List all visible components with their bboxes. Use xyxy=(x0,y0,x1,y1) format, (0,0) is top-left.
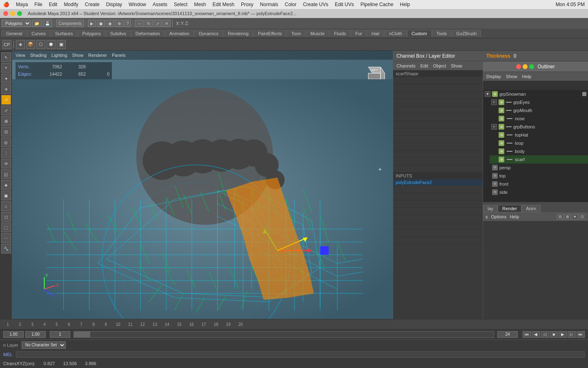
rp-icon-3[interactable]: ✦ xyxy=(572,214,578,220)
move-tool[interactable]: ✛ xyxy=(1,84,11,94)
menu-create[interactable]: Create xyxy=(85,2,100,7)
tool-17[interactable]: ⬚ xyxy=(1,222,11,232)
icon-select-5[interactable]: ? xyxy=(124,20,131,27)
menu-create-uvs[interactable]: Create UVs xyxy=(303,2,328,7)
rotate-tool[interactable]: ↺ xyxy=(1,95,11,105)
outliner-item-top[interactable]: 👁 top xyxy=(483,172,588,180)
menu-pipeline[interactable]: Pipeline Cache xyxy=(361,2,394,7)
rp-icon-1[interactable]: ⊟ xyxy=(557,214,564,220)
menu-edit-uvs[interactable]: Edit UVs xyxy=(335,2,354,7)
move-btn[interactable]: ↔ xyxy=(135,20,144,27)
stop-btn[interactable]: ■ xyxy=(550,331,558,338)
tab-muscle[interactable]: Muscle xyxy=(306,30,329,37)
tab-hair[interactable]: Hair xyxy=(367,30,384,37)
menu-edit[interactable]: Edit xyxy=(49,2,58,7)
tool-icon-2[interactable]: 📦 xyxy=(26,40,35,49)
menu-help[interactable]: Help xyxy=(400,2,410,7)
cb-menu-channels[interactable]: Channels xyxy=(396,63,415,68)
outliner-minimize[interactable] xyxy=(523,64,528,69)
expand-grpSnowman[interactable]: ▼ xyxy=(485,91,490,97)
tool-3[interactable]: ✦ xyxy=(1,74,11,83)
close-button[interactable] xyxy=(3,11,8,16)
menu-assets[interactable]: Assets xyxy=(153,2,167,7)
tab-toon[interactable]: Toon xyxy=(287,30,305,37)
icon-toolbar-btn-2[interactable]: 💾 xyxy=(42,20,52,27)
tab-dynamics[interactable]: Dynamics xyxy=(194,30,223,37)
outliner-item-loop[interactable]: ⚙ loop xyxy=(490,139,588,147)
mode-select[interactable]: Polygons xyxy=(2,20,31,27)
maximize-button[interactable] xyxy=(17,11,22,16)
thickness-value[interactable]: 0 xyxy=(514,53,517,59)
rp-menu-help[interactable]: Help xyxy=(510,214,519,219)
menu-window[interactable]: Window xyxy=(129,2,146,7)
rp-menu-s[interactable]: s xyxy=(486,214,488,219)
frame-field[interactable] xyxy=(50,331,70,338)
rp-tab-lay[interactable]: lay xyxy=(483,205,498,212)
window-controls[interactable] xyxy=(3,11,22,16)
tool-12[interactable]: ◱ xyxy=(1,169,11,179)
prev-frame-btn[interactable]: ◀ xyxy=(532,331,540,338)
tab-surfaces[interactable]: Surfaces xyxy=(51,30,77,37)
icon-toolbar-btn-1[interactable]: 📁 xyxy=(32,20,42,27)
outliner-search-input[interactable] xyxy=(483,81,588,90)
rp-tab-anim[interactable]: Anim xyxy=(521,205,541,212)
tool-icon-4[interactable]: ⬢ xyxy=(47,40,56,49)
rp-menu-options[interactable]: Options xyxy=(491,214,507,219)
menu-file[interactable]: File xyxy=(34,2,42,7)
tab-subdivs[interactable]: Subdivs xyxy=(106,30,131,37)
outliner-item-grpButtons[interactable]: + ⚙ grpButtons xyxy=(490,123,588,131)
tab-painteffects[interactable]: PaintEffects xyxy=(254,30,287,37)
menu-edit-mesh[interactable]: Edit Mesh xyxy=(213,2,234,7)
components-btn[interactable]: Components xyxy=(56,20,84,27)
timeline-scrubber[interactable] xyxy=(74,331,494,338)
current-time-field[interactable] xyxy=(25,331,46,338)
tab-deformation[interactable]: Deformation xyxy=(131,30,165,37)
tab-animation[interactable]: Animation xyxy=(165,30,194,37)
start-time-field[interactable] xyxy=(3,331,24,338)
tab-tools[interactable]: Tools xyxy=(432,30,452,37)
tab-fur[interactable]: Fur xyxy=(351,30,367,37)
tool-15[interactable]: ⌂ xyxy=(1,201,11,211)
menu-normals[interactable]: Normals xyxy=(260,2,278,7)
outliner-maximize[interactable] xyxy=(529,64,534,69)
tab-ncloth[interactable]: nCloth xyxy=(385,30,407,37)
expand-grpButtons[interactable]: + xyxy=(491,124,497,130)
next-frame-btn[interactable]: ▷ xyxy=(568,331,576,338)
outliner-item-grpEyes[interactable]: + ⚙ grpEyes xyxy=(490,98,588,106)
icon-x[interactable]: ✕ xyxy=(163,20,171,27)
outliner-menu-show[interactable]: Show xyxy=(506,74,517,79)
outliner-item-body[interactable]: ⚙ body xyxy=(490,147,588,155)
tab-custom[interactable]: Custom xyxy=(407,30,432,37)
tab-curves[interactable]: Curves xyxy=(27,30,50,37)
play-back-btn[interactable]: ◁ xyxy=(541,331,549,338)
tool-14[interactable]: ▣ xyxy=(1,191,11,200)
icon-select-2[interactable]: ◼ xyxy=(97,20,105,27)
rotate-btn[interactable]: ↻ xyxy=(145,20,153,27)
outliner-item-nose[interactable]: ⚙ nose xyxy=(490,114,588,123)
go-end-btn[interactable]: ⏭ xyxy=(577,331,585,338)
outliner-item-front[interactable]: 👁 front xyxy=(483,180,588,188)
cp-icon[interactable]: CP xyxy=(2,40,11,49)
outliner-item-side[interactable]: 👁 side xyxy=(483,188,588,196)
tool-icon-3[interactable]: ⬡ xyxy=(36,40,45,49)
rp-icon-4[interactable]: ⊡ xyxy=(579,214,586,220)
minimize-button[interactable] xyxy=(10,11,15,16)
outliner-menu-help[interactable]: Help xyxy=(522,74,532,79)
end-time-field[interactable] xyxy=(497,331,518,338)
outliner-item-topHat[interactable]: ⚙ topHat xyxy=(490,131,588,139)
tool-10[interactable]: ⋮ xyxy=(1,148,11,158)
scale-btn[interactable]: ⤢ xyxy=(154,20,162,27)
icon-select-3[interactable]: ◉ xyxy=(106,20,114,27)
tool-13[interactable]: ◈ xyxy=(1,180,11,190)
tab-gozbrush[interactable]: GoZBrush xyxy=(452,30,481,37)
scroll-grpSnowman[interactable] xyxy=(582,92,586,96)
tool-icon-5[interactable]: ▣ xyxy=(57,40,66,49)
cb-menu-show[interactable]: Show xyxy=(451,63,462,68)
menu-proxy[interactable]: Proxy xyxy=(241,2,254,7)
rp-tab-render[interactable]: Render xyxy=(498,205,521,212)
go-start-btn[interactable]: ⏮ xyxy=(523,331,531,338)
timeline[interactable]: 1 2 3 4 5 6 7 8 9 10 11 12 13 14 15 16 1… xyxy=(0,319,588,330)
tool-18[interactable]: ⋯ xyxy=(1,233,11,243)
icon-select-1[interactable]: ▶ xyxy=(88,20,96,27)
tool-8[interactable]: ⊡ xyxy=(1,127,11,137)
